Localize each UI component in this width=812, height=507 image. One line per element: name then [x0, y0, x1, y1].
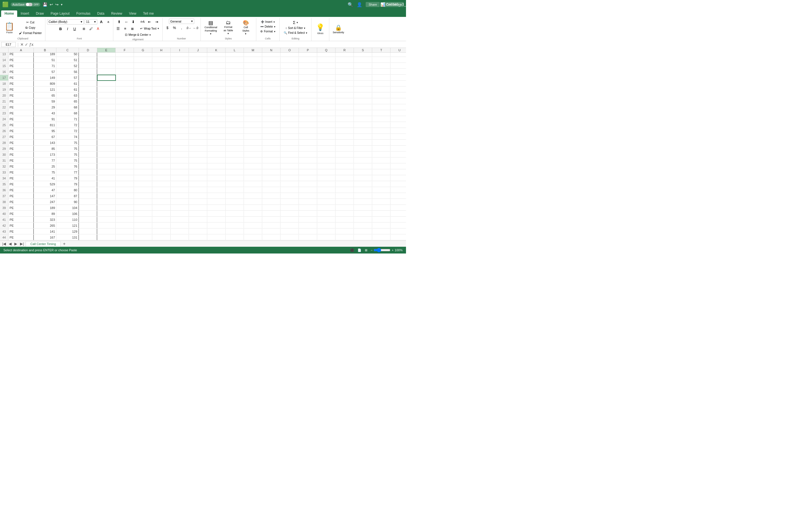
cell-s30[interactable] — [354, 152, 372, 158]
cell-n41[interactable] — [262, 217, 281, 223]
cell-b23[interactable]: 43 — [34, 110, 56, 116]
cell-n13[interactable] — [262, 53, 281, 57]
cell-o32[interactable] — [281, 164, 299, 169]
cell-r15[interactable] — [336, 63, 354, 69]
cell-o38[interactable] — [281, 199, 299, 205]
cell-i29[interactable] — [170, 146, 189, 152]
cell-f19[interactable] — [116, 87, 134, 93]
align-center-button[interactable]: ≡ — [122, 25, 128, 32]
cell-k14[interactable] — [207, 57, 225, 63]
cell-u35[interactable] — [391, 181, 406, 187]
cell-l42[interactable] — [225, 223, 244, 228]
autosave-toggle[interactable] — [26, 3, 33, 6]
cell-t19[interactable] — [372, 87, 391, 93]
cell-l20[interactable] — [225, 93, 244, 98]
cell-g27[interactable] — [134, 134, 152, 140]
conditional-formatting-button[interactable]: ▤ ConditionalFormatting ▾ — [202, 18, 219, 37]
cell-p19[interactable] — [299, 87, 317, 93]
cell-o42[interactable] — [281, 223, 299, 228]
cell-g35[interactable] — [134, 181, 152, 187]
cell-o15[interactable] — [281, 63, 299, 69]
cell-h32[interactable] — [152, 164, 170, 169]
cell-p42[interactable] — [299, 223, 317, 228]
cell-c24[interactable]: 71 — [56, 116, 79, 122]
cell-t22[interactable] — [372, 105, 391, 110]
cell-c35[interactable]: 79 — [56, 181, 79, 187]
cell-p33[interactable] — [299, 170, 317, 175]
cell-g14[interactable] — [134, 57, 152, 63]
cell-u24[interactable] — [391, 116, 406, 122]
cell-a43[interactable]: PE — [8, 229, 34, 234]
cell-b24[interactable]: 91 — [34, 116, 56, 122]
cell-styles-button[interactable]: 🎨 CellStyles ▾ — [238, 18, 254, 37]
cell-b18[interactable]: 809 — [34, 81, 56, 87]
cell-b34[interactable]: 41 — [34, 175, 56, 181]
col-header-m[interactable]: M — [244, 48, 262, 52]
cell-a18[interactable]: PE — [8, 81, 34, 87]
cell-s42[interactable] — [354, 223, 372, 228]
cell-g40[interactable] — [134, 211, 152, 217]
merge-dropdown[interactable]: ▾ — [149, 34, 151, 36]
cell-h38[interactable] — [152, 199, 170, 205]
redo-icon[interactable]: ↪ — [55, 2, 59, 7]
cell-g29[interactable] — [134, 146, 152, 152]
cell-i23[interactable] — [170, 110, 189, 116]
cell-d41[interactable] — [79, 217, 97, 223]
cell-j42[interactable] — [189, 223, 207, 228]
cell-q23[interactable] — [317, 110, 336, 116]
cell-o39[interactable] — [281, 205, 299, 211]
find-dropdown[interactable]: ▾ — [306, 32, 307, 34]
cell-k32[interactable] — [207, 164, 225, 169]
cell-h44[interactable] — [152, 235, 170, 240]
cell-k20[interactable] — [207, 93, 225, 98]
cell-l38[interactable] — [225, 199, 244, 205]
cell-a40[interactable]: PE — [8, 211, 34, 217]
cell-i20[interactable] — [170, 93, 189, 98]
cell-a37[interactable]: PE — [8, 193, 34, 199]
cell-j34[interactable] — [189, 175, 207, 181]
cell-a27[interactable]: PE — [8, 134, 34, 140]
cell-j35[interactable] — [189, 181, 207, 187]
cell-o34[interactable] — [281, 175, 299, 181]
cell-k43[interactable] — [207, 229, 225, 234]
cell-a16[interactable]: PE — [8, 69, 34, 75]
cell-d26[interactable] — [79, 128, 97, 134]
cell-o30[interactable] — [281, 152, 299, 158]
cell-u25[interactable] — [391, 122, 406, 128]
cut-button[interactable]: ✂ Cut — [17, 20, 43, 25]
cell-u13[interactable] — [391, 53, 406, 57]
cell-t16[interactable] — [372, 69, 391, 75]
cell-q15[interactable] — [317, 63, 336, 69]
cell-a42[interactable]: PE — [8, 223, 34, 228]
cell-p24[interactable] — [299, 116, 317, 122]
cell-h33[interactable] — [152, 170, 170, 175]
cell-r36[interactable] — [336, 187, 354, 193]
col-header-n[interactable]: N — [262, 48, 281, 52]
cell-i44[interactable] — [170, 235, 189, 240]
cell-r38[interactable] — [336, 199, 354, 205]
cell-c28[interactable]: 75 — [56, 140, 79, 146]
cell-i35[interactable] — [170, 181, 189, 187]
font-color-button[interactable]: A — [95, 25, 101, 32]
col-header-c[interactable]: C — [56, 48, 79, 52]
cell-g22[interactable] — [134, 105, 152, 110]
copy-button[interactable]: ⧉ Copy — [17, 25, 43, 30]
cell-b36[interactable]: 47 — [34, 187, 56, 193]
insert-function-icon[interactable]: ƒx — [29, 42, 34, 47]
cell-t13[interactable] — [372, 53, 391, 57]
cell-f29[interactable] — [116, 146, 134, 152]
cell-i28[interactable] — [170, 140, 189, 146]
cell-l39[interactable] — [225, 205, 244, 211]
cell-q13[interactable] — [317, 53, 336, 57]
cell-s29[interactable] — [354, 146, 372, 152]
cell-f13[interactable] — [116, 53, 134, 57]
cell-q39[interactable] — [317, 205, 336, 211]
cell-i41[interactable] — [170, 217, 189, 223]
cell-q35[interactable] — [317, 181, 336, 187]
cell-d28[interactable] — [79, 140, 97, 146]
cell-j23[interactable] — [189, 110, 207, 116]
cell-h17[interactable] — [152, 75, 170, 80]
cell-e42[interactable] — [97, 223, 116, 228]
bold-button[interactable]: B — [57, 25, 64, 32]
cell-i36[interactable] — [170, 187, 189, 193]
